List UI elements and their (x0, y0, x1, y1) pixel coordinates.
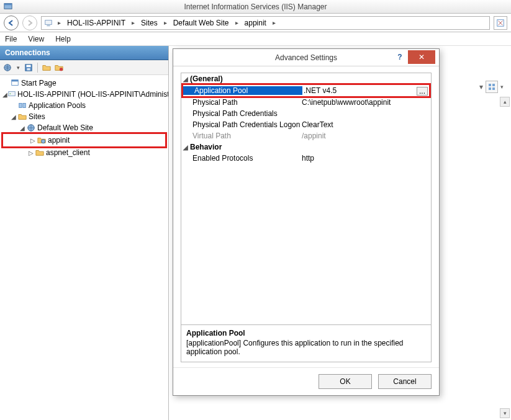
view-icons-button[interactable] (486, 81, 498, 93)
dialog-titlebar: Advanced Settings ? ✕ (173, 49, 439, 66)
svg-rect-18 (489, 84, 491, 86)
chevron-icon: ▸ (129, 19, 137, 26)
back-button[interactable] (4, 16, 19, 30)
globe-icon (26, 123, 36, 133)
connections-pane: Connections ▾ Start Page ◢ HOL-IIS-APPIN… (0, 46, 169, 420)
tree-sites[interactable]: ◢ Sites (1, 111, 167, 122)
prop-physical-path-credentials[interactable]: Physical Path Credentials (181, 108, 431, 119)
tree-server-node[interactable]: ◢ HOL-IIS-APPINIT (HOL-IIS-APPINIT\Admin… (1, 89, 167, 100)
category-label: (General) (190, 74, 223, 83)
description-body: [applicationPool] Configures this applic… (186, 339, 426, 356)
twisty-open-icon[interactable]: ◢ (19, 125, 26, 132)
prop-virtual-path: Virtual Path /appinit (181, 130, 431, 141)
property-grid: ◢ (General) Application Pool .NET v4.5 .… (181, 73, 432, 362)
address-bar[interactable]: ▸ HOL-IIS-APPINIT ▸ Sites ▸ Default Web … (41, 16, 490, 30)
window-title: Internet Information Services (IIS) Mana… (184, 2, 327, 11)
menu-bar: File View Help (0, 32, 511, 46)
help-button[interactable]: ? (393, 51, 407, 63)
description-title: Application Pool (186, 329, 426, 337)
property-description: Application Pool [applicationPool] Confi… (181, 324, 431, 362)
breadcrumb-segment[interactable]: HOL-IIS-APPINIT (66, 19, 127, 27)
prop-enabled-protocols[interactable]: Enabled Protocols http (181, 153, 431, 164)
app-pools-icon (17, 101, 27, 110)
tree-label: Application Pools (29, 101, 86, 110)
cancel-button[interactable]: Cancel (378, 374, 432, 389)
toolbar-dropdown-icon[interactable]: ▾ (500, 84, 504, 90)
folder-icon (17, 112, 27, 122)
actions-toolbar: ▾ ▾ (479, 81, 504, 93)
svg-rect-12 (9, 92, 16, 96)
connections-toolbar: ▾ (0, 60, 168, 75)
stop-site-icon[interactable] (54, 63, 64, 73)
toolbar-separator (37, 63, 38, 73)
twisty-closed-icon[interactable]: ▷ (27, 150, 35, 156)
twisty-open-icon[interactable]: ◢ (10, 114, 17, 120)
tree-label: appinit (48, 136, 70, 145)
prop-value[interactable]: http (301, 154, 431, 163)
breadcrumb-segment[interactable]: Default Web Site (172, 19, 230, 27)
svg-rect-19 (492, 84, 495, 86)
highlight-annotation: ▷ appinit (1, 132, 167, 148)
prop-physical-path[interactable]: Physical Path C:\inetpub\wwwroot\appinit (181, 97, 431, 108)
breadcrumb-segment[interactable]: appinit (243, 19, 268, 27)
svg-rect-15 (23, 104, 25, 108)
svg-rect-20 (489, 87, 491, 90)
twisty-open-icon[interactable]: ◢ (181, 144, 190, 151)
svg-rect-3 (47, 25, 50, 26)
twisty-closed-icon[interactable]: ▷ (29, 137, 37, 144)
connections-header: Connections (0, 46, 168, 60)
prop-value[interactable]: C:\inetpub\wwwroot\appinit (301, 98, 431, 107)
svg-point-9 (60, 68, 63, 71)
prop-physical-path-credentials-logon[interactable]: Physical Path Credentials Logon ClearTex… (181, 119, 431, 130)
tree-label: Default Web Site (37, 123, 93, 132)
svg-rect-7 (27, 65, 31, 67)
menu-file[interactable]: File (5, 35, 17, 43)
svg-rect-14 (19, 104, 22, 108)
dialog-body: ◢ (General) Application Pool .NET v4.5 .… (173, 66, 439, 367)
window-titlebar: Internet Information Services (IIS) Mana… (0, 0, 511, 14)
save-icon[interactable] (24, 63, 34, 73)
server-icon (44, 19, 53, 27)
scroll-up-button[interactable]: ▴ (500, 97, 510, 107)
prop-label: Enabled Protocols (181, 154, 301, 163)
tree-label: Sites (29, 112, 45, 121)
svg-rect-1 (4, 4, 12, 6)
menu-view[interactable]: View (28, 35, 44, 43)
chevron-icon: ▸ (233, 19, 241, 26)
open-folder-icon[interactable] (42, 63, 52, 73)
category-behavior[interactable]: ◢ Behavior (181, 141, 431, 153)
twisty-open-icon[interactable]: ◢ (2, 91, 7, 98)
toolbar-dropdown-icon[interactable]: ▾ (15, 63, 21, 73)
tree-appinit[interactable]: ▷ appinit (3, 135, 165, 146)
twisty-open-icon[interactable]: ◢ (181, 76, 190, 83)
prop-application-pool[interactable]: Application Pool .NET v4.5 ... (183, 85, 429, 96)
scroll-down-button[interactable]: ▾ (500, 408, 510, 418)
ellipsis-button[interactable]: ... (417, 87, 428, 96)
navigation-bar: ▸ HOL-IIS-APPINIT ▸ Sites ▸ Default Web … (0, 14, 511, 32)
category-label: Behavior (190, 143, 222, 151)
svg-rect-21 (492, 87, 495, 90)
prop-label: Physical Path (181, 98, 301, 107)
svg-rect-8 (27, 68, 30, 70)
advanced-settings-dialog: Advanced Settings ? ✕ ◢ (General) Applic… (173, 48, 440, 396)
folder-icon (35, 148, 45, 158)
server-icon (7, 89, 16, 99)
dialog-title: Advanced Settings (275, 53, 337, 62)
prop-value[interactable]: ClearText (301, 120, 431, 129)
close-button[interactable]: ✕ (408, 50, 435, 64)
toolbar-dropdown-icon[interactable]: ▾ (479, 83, 483, 91)
refresh-button[interactable] (494, 16, 507, 30)
prop-value[interactable]: .NET v4.5 ... (302, 86, 429, 95)
tree-start-page[interactable]: Start Page (1, 78, 167, 89)
property-grid-rows: ◢ (General) Application Pool .NET v4.5 .… (181, 73, 431, 324)
tree-app-pools[interactable]: Application Pools (1, 100, 167, 111)
tree-aspnet-client[interactable]: ▷ aspnet_client (1, 147, 167, 158)
connect-icon[interactable] (2, 63, 12, 73)
menu-help[interactable]: Help (55, 35, 71, 43)
ok-button[interactable]: OK (319, 374, 372, 389)
forward-button[interactable] (22, 16, 37, 30)
chevron-icon: ▸ (270, 19, 278, 26)
breadcrumb-segment[interactable]: Sites (140, 19, 159, 27)
svg-point-13 (10, 93, 11, 94)
dialog-button-row: OK Cancel (173, 367, 439, 395)
